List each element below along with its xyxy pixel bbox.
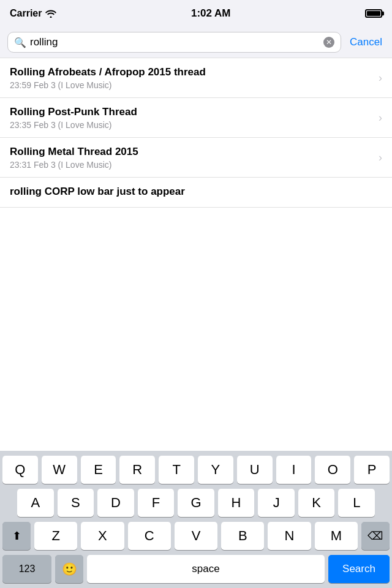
clear-button[interactable]: ✕ — [323, 37, 334, 48]
key-T[interactable]: T — [159, 456, 194, 484]
key-F[interactable]: F — [138, 489, 175, 517]
search-input[interactable] — [30, 36, 320, 48]
key-P[interactable]: P — [354, 456, 390, 484]
status-bar: Carrier 1:02 AM — [0, 0, 392, 27]
key-N[interactable]: N — [268, 522, 311, 550]
key-V[interactable]: V — [175, 522, 217, 550]
delete-key[interactable] — [361, 522, 390, 550]
result-title: Rolling Post-Punk Thread — [10, 105, 374, 119]
search-input-wrapper[interactable]: 🔍 ✕ — [7, 32, 341, 53]
result-content: Rolling Post-Punk Thread23:35 Feb 3 (I L… — [10, 105, 374, 130]
key-A[interactable]: A — [17, 489, 54, 517]
key-S[interactable]: S — [58, 489, 94, 517]
search-icon: 🔍 — [14, 37, 26, 48]
battery-icon — [365, 9, 382, 18]
shift-key[interactable] — [2, 522, 31, 550]
key-U[interactable]: U — [237, 456, 273, 484]
results-list: Rolling Afrobeats / Afropop 2015 thread2… — [0, 58, 392, 208]
key-row-2: A S D F G H J K L — [0, 489, 392, 517]
key-Z[interactable]: Z — [34, 522, 77, 550]
bottom-row: 123 🙂 space Search — [0, 555, 392, 588]
status-right — [365, 9, 382, 18]
key-G[interactable]: G — [178, 489, 214, 517]
carrier-label: Carrier — [10, 8, 42, 19]
result-subtitle: 23:35 Feb 3 (I Love Music) — [10, 120, 374, 130]
status-time: 1:02 AM — [191, 7, 231, 20]
cancel-button[interactable]: Cancel — [347, 36, 385, 48]
key-L[interactable]: L — [338, 489, 375, 517]
result-item[interactable]: rolling CORP low bar just to appear — [0, 178, 392, 208]
result-content: rolling CORP low bar just to appear — [10, 185, 382, 200]
result-item[interactable]: Rolling Afrobeats / Afropop 2015 thread2… — [0, 58, 392, 98]
status-left: Carrier — [10, 8, 56, 19]
key-D[interactable]: D — [97, 489, 134, 517]
space-key[interactable]: space — [87, 555, 325, 583]
chevron-icon: › — [379, 151, 382, 164]
key-H[interactable]: H — [218, 489, 255, 517]
key-Q[interactable]: Q — [2, 456, 38, 484]
result-content: Rolling Afrobeats / Afropop 2015 thread2… — [10, 66, 374, 90]
result-item[interactable]: Rolling Metal Thread 201523:31 Feb 3 (I … — [0, 138, 392, 178]
key-row-1: Q W E R T Y U I O P — [0, 456, 392, 484]
key-W[interactable]: W — [42, 456, 77, 484]
key-B[interactable]: B — [221, 522, 264, 550]
result-subtitle: 23:59 Feb 3 (I Love Music) — [10, 80, 374, 90]
key-J[interactable]: J — [258, 489, 295, 517]
result-item[interactable]: Rolling Post-Punk Thread23:35 Feb 3 (I L… — [0, 98, 392, 138]
key-I[interactable]: I — [276, 456, 312, 484]
result-content: Rolling Metal Thread 201523:31 Feb 3 (I … — [10, 145, 374, 170]
wifi-icon — [45, 9, 56, 18]
delete-icon — [368, 529, 383, 543]
key-O[interactable]: O — [315, 456, 350, 484]
key-row-3: Z X C V B N M — [0, 522, 392, 550]
shift-icon — [12, 529, 21, 543]
search-bar: 🔍 ✕ Cancel — [0, 27, 392, 58]
chevron-icon: › — [379, 111, 382, 124]
chevron-icon: › — [379, 72, 382, 85]
key-X[interactable]: X — [81, 522, 124, 550]
search-button[interactable]: Search — [328, 555, 390, 583]
numbers-key[interactable]: 123 — [2, 555, 51, 583]
result-title: Rolling Afrobeats / Afropop 2015 thread — [10, 66, 374, 79]
key-C[interactable]: C — [128, 522, 171, 550]
key-M[interactable]: M — [315, 522, 358, 550]
key-K[interactable]: K — [298, 489, 335, 517]
result-subtitle: 23:31 Feb 3 (I Love Music) — [10, 160, 374, 170]
key-E[interactable]: E — [81, 456, 116, 484]
emoji-key[interactable]: 🙂 — [55, 555, 83, 583]
key-R[interactable]: R — [119, 456, 155, 484]
keyboard: Q W E R T Y U I O P A S D F G H J K L Z … — [0, 451, 392, 588]
result-title: Rolling Metal Thread 2015 — [10, 145, 374, 159]
result-title: rolling CORP low bar just to appear — [10, 185, 382, 198]
key-Y[interactable]: Y — [198, 456, 233, 484]
